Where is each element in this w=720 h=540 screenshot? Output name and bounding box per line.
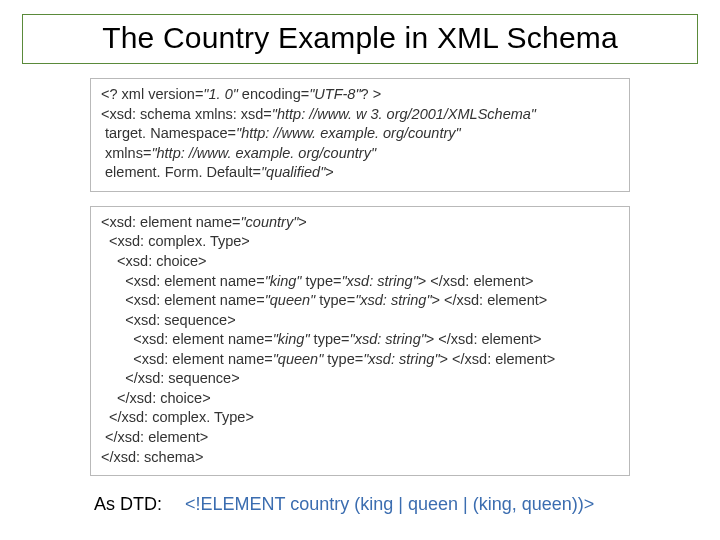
code-text: > [298,214,306,230]
dtd-row: As DTD: <!ELEMENT country (king | queen … [94,494,698,515]
code-literal: "king" [265,273,302,289]
dtd-label: As DTD: [94,494,162,514]
code-literal: "queen" [265,292,316,308]
code-literal: "country" [240,214,298,230]
code-text: </xsd: element> [101,429,208,445]
dtd-code: <!ELEMENT country (king | queen | (king,… [185,494,594,514]
code-text: > </xsd: element> [432,292,548,308]
code-literal: "http: //www. example. org/country" [236,125,461,141]
code-text: type= [310,331,350,347]
code-text: ? > [361,86,382,102]
slide: The Country Example in XML Schema <? xml… [0,0,720,540]
code-text: type= [323,351,363,367]
code-literal: "xsd: string" [355,292,431,308]
code-text: <xsd: element name= [101,273,265,289]
code-text: <xsd: schema xmlns: xsd= [101,106,272,122]
code-literal: "1. 0" [203,86,237,102]
title-box: The Country Example in XML Schema [22,14,698,64]
code-text: > </xsd: element> [426,331,542,347]
code-text: </xsd: complex. Type> [101,409,254,425]
xml-prolog-box: <? xml version="1. 0" encoding="UTF-8"? … [90,78,630,192]
code-literal: "http: //www. example. org/country" [151,145,376,161]
code-text: </xsd: sequence> [101,370,240,386]
code-text: > </xsd: element> [418,273,534,289]
code-text: <xsd: element name= [101,292,265,308]
code-text: type= [302,273,342,289]
code-text: <xsd: complex. Type> [101,233,250,249]
code-text: </xsd: choice> [101,390,211,406]
code-literal: "king" [273,331,310,347]
code-literal: "xsd: string" [349,331,425,347]
code-text: <xsd: sequence> [101,312,236,328]
code-text: <xsd: choice> [101,253,207,269]
code-literal: "xsd: string" [363,351,439,367]
code-text: <? xml version= [101,86,203,102]
code-literal: "UTF-8" [309,86,360,102]
code-text: <xsd: element name= [101,351,273,367]
code-text: </xsd: schema> [101,449,203,465]
code-text: xmlns= [101,145,151,161]
code-text: <xsd: element name= [101,214,240,230]
code-literal: "qualified" [261,164,325,180]
code-text: target. Namespace= [101,125,236,141]
code-text: encoding= [238,86,309,102]
xml-body-box: <xsd: element name="country"> <xsd: comp… [90,206,630,476]
code-text: type= [315,292,355,308]
code-literal: "xsd: string" [341,273,417,289]
code-text: > [325,164,333,180]
code-text: element. Form. Default= [101,164,261,180]
code-literal: "queen" [273,351,324,367]
slide-title: The Country Example in XML Schema [33,21,687,55]
code-text: > </xsd: element> [440,351,556,367]
code-literal: "http: //www. w 3. org/2001/XMLSchema" [272,106,536,122]
code-text: <xsd: element name= [101,331,273,347]
